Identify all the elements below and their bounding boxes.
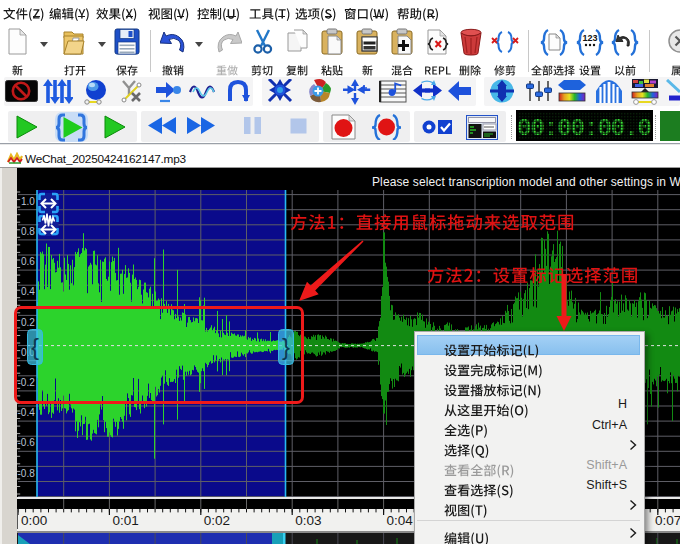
svg-text:123: 123 [582, 33, 597, 43]
